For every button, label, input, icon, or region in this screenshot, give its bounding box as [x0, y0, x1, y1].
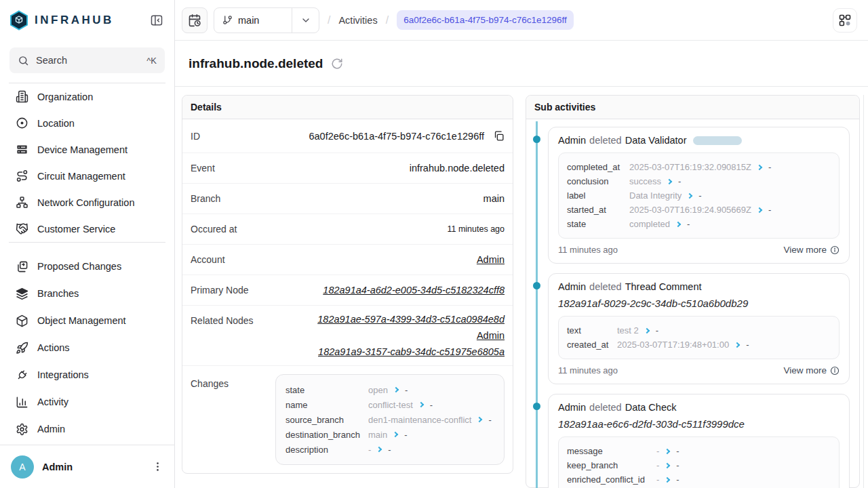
primary-node-link[interactable]: 182a91a4-a6d2-e005-34d5-c5182324cff8: [323, 285, 505, 296]
titlebar: infrahub.node.deleted: [175, 41, 868, 87]
sidebar-item-device-management[interactable]: Device Management: [0, 136, 174, 163]
detail-row-primary-node: Primary Node 182a91a4-a6d2-e005-34d5-c51…: [182, 275, 513, 306]
graph-view-button[interactable]: [833, 8, 857, 33]
attribute-row: state completed -: [567, 217, 831, 231]
sidebar-item-organization[interactable]: Organization: [0, 83, 174, 110]
sidebar-item-label: Activity: [37, 396, 68, 407]
handshake-icon: [16, 222, 28, 235]
branch-selector[interactable]: main: [214, 7, 319, 33]
rocket-icon: [16, 342, 28, 354]
attribute-row: message - -: [567, 444, 831, 458]
sidebar-item-network-configuration[interactable]: Network Configuration: [0, 189, 174, 216]
detail-event-value: infrahub.node.deleted: [410, 163, 505, 174]
change-row: name conflict-test -: [285, 397, 494, 412]
sidebar-item-customer-service[interactable]: Customer Service: [0, 216, 174, 242]
avatar: A: [11, 455, 34, 479]
related-node-link[interactable]: 182a91a9-3157-cab9-34dc-c51975e6805a: [318, 346, 505, 357]
info-icon: [830, 245, 840, 255]
chevron-right-icon: [734, 342, 740, 347]
sidebar-item-branches[interactable]: Branches: [0, 280, 174, 307]
sidebar-item-actions[interactable]: Actions: [0, 334, 174, 361]
sub-activity-title: Admin deleted Data Check: [558, 402, 840, 413]
user-menu-button[interactable]: [149, 458, 166, 475]
user-name: Admin: [42, 462, 141, 472]
sub-activity-card: Admin deleted Data Check 182a91aa-e6c6-d…: [548, 394, 850, 488]
sidebar-item-label: Circuit Management: [37, 171, 125, 182]
detail-occured-value: 11 minutes ago: [447, 224, 505, 234]
chevron-right-icon: [665, 462, 670, 468]
sidebar-item-object-management[interactable]: Object Management: [0, 307, 174, 334]
time-ago: 11 minutes ago: [558, 365, 618, 375]
git-branch-icon: [222, 15, 233, 25]
sidebar-nav-primary: Organization Location Device Management …: [0, 83, 174, 242]
info-icon: [830, 366, 840, 375]
copy-icon: [493, 130, 505, 142]
calendar-clock-icon: [188, 14, 201, 27]
breadcrumb-link-activities[interactable]: Activities: [338, 15, 377, 26]
sidebar-item-circuit-management[interactable]: Circuit Management: [0, 163, 174, 189]
sidebar-item-admin[interactable]: Admin: [0, 415, 174, 443]
sub-activities-timeline: Admin deleted Data Validator completed_a…: [526, 119, 859, 488]
view-more-button[interactable]: View more: [783, 245, 840, 255]
sidebar-item-proposed-changes[interactable]: Proposed Changes: [0, 253, 174, 280]
detail-id-value: 6a0f2e6c-b61a-4f75-b974-c76c1e1296ff: [309, 131, 484, 142]
kebab-menu-icon: [152, 461, 163, 472]
sub-activity-card: Admin deleted Thread Comment 182a91af-80…: [548, 273, 850, 384]
view-more-button[interactable]: View more: [783, 365, 840, 375]
branch-selector-caret[interactable]: [292, 8, 319, 33]
sidebar-item-location[interactable]: Location: [0, 110, 174, 136]
scrollbar[interactable]: [863, 95, 864, 488]
sidebar-collapse-button[interactable]: [150, 14, 163, 27]
change-row: destination_branch main -: [285, 427, 494, 442]
timeline-line: [536, 121, 538, 488]
related-node-link[interactable]: 182a91ae-597a-4399-34d3-c51ca0984e8d: [317, 314, 505, 325]
plug-icon: [16, 369, 28, 382]
detail-branch-value: main: [484, 193, 505, 204]
account-link[interactable]: Admin: [477, 254, 505, 265]
gear-icon: [16, 423, 28, 436]
card-footer: 11 minutes ago View more: [558, 245, 840, 255]
sidebar-item-label: Integrations: [37, 369, 89, 380]
detail-row-account: Account Admin: [182, 245, 513, 275]
detail-row-id: ID 6a0f2e6c-b61a-4f75-b974-c76c1e1296ff: [182, 119, 513, 153]
user-row: A Admin: [0, 445, 174, 488]
time-ago: 11 minutes ago: [558, 245, 618, 255]
attribute-row: created_at 2025-03-07T17:19:48+01:00 -: [567, 338, 831, 352]
sub-activities-title: Sub activities: [526, 96, 859, 119]
sidebar-item-label: Organization: [37, 92, 93, 102]
detail-row-occured-at: Occured at 11 minutes ago: [182, 214, 513, 245]
search-input[interactable]: Search ^K: [9, 47, 165, 73]
logo-wordmark: INFRAHUB: [35, 14, 114, 27]
branch-selector-value: main: [214, 8, 292, 33]
circle-dot-icon: [16, 117, 28, 129]
breadcrumb-id-pill[interactable]: 6a0f2e6c-b61a-4f75-b974-c76c1e1296ff: [397, 10, 574, 30]
chevron-right-icon: [757, 207, 762, 212]
sidebar-item-label: Admin: [37, 424, 65, 434]
sidebar-item-label: Object Management: [37, 315, 126, 326]
sidebar-item-label: Customer Service: [37, 224, 115, 235]
chevron-right-icon: [376, 447, 382, 452]
sidebar-item-activity[interactable]: Activity: [0, 388, 174, 415]
attribute-row: text test 2 -: [567, 323, 831, 338]
chevron-right-icon: [665, 476, 670, 482]
attribute-row: keep_branch - -: [567, 458, 831, 472]
layers-icon: [16, 287, 28, 300]
sub-activity-card: Admin deleted Data Validator completed_a…: [548, 127, 850, 264]
sidebar-item-integrations[interactable]: Integrations: [0, 361, 174, 388]
bar-chart-icon: [16, 396, 28, 409]
network-icon: [16, 196, 28, 209]
infrahub-logo-icon: [9, 10, 28, 30]
change-row: source_branch den1-maintenance-conflict …: [285, 412, 494, 427]
date-filter-button[interactable]: [182, 7, 208, 33]
change-row: state open -: [285, 382, 494, 397]
main-area: main / Activities / 6a0f2e6c-b61a-4f75-b…: [175, 0, 868, 488]
related-node-link[interactable]: Admin: [477, 330, 505, 341]
logo-row: INFRAHUB: [0, 0, 174, 41]
sidebar-item-label: Location: [37, 118, 75, 129]
content: Details ID 6a0f2e6c-b61a-4f75-b974-c76c1…: [175, 87, 868, 488]
refresh-button[interactable]: [331, 58, 343, 70]
copy-id-button[interactable]: [493, 130, 505, 142]
chevron-right-icon: [393, 387, 399, 392]
sub-activities-panel: Sub activities Admin deleted Data Valida…: [526, 95, 860, 488]
route-icon: [16, 169, 28, 182]
